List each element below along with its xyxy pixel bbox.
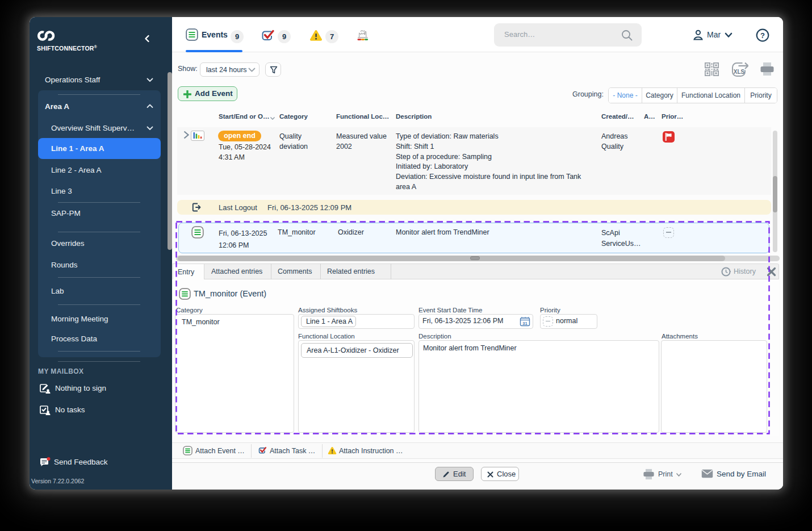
svg-text:XLS: XLS — [734, 69, 745, 75]
svg-text:31: 31 — [522, 321, 527, 326]
svg-text:?: ? — [760, 31, 765, 40]
